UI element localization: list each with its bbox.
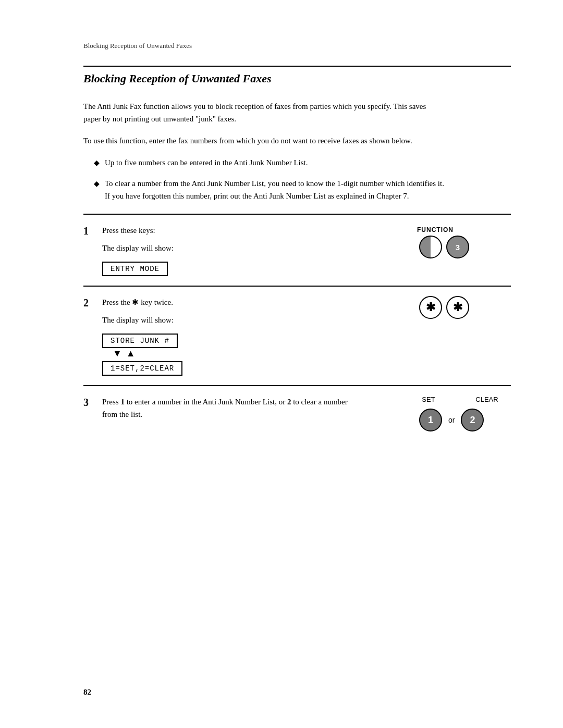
intro-paragraph-1: The Anti Junk Fax function allows you to… (83, 100, 438, 125)
step-3-instruction: Press 1 to enter a number in the Anti Ju… (102, 396, 352, 421)
step-2-display-section: STORE JUNK # ▼ ▲ 1=SET,2=CLEAR (102, 331, 352, 376)
bullet-text-1: Up to five numbers can be entered in the… (105, 156, 308, 169)
step-3-number: 3 (83, 396, 95, 409)
step-3-keys: SET CLEAR 1 or 2 (407, 396, 511, 431)
step-1-number: 1 (83, 224, 95, 237)
arrow-down-icon: ▼ (113, 348, 122, 359)
step-2-lcd-line2: 1=SET,2=CLEAR (102, 361, 182, 376)
step-1-content: Press these keys: The display will show:… (102, 224, 352, 276)
step-2-content: Press the ✱ key twice. The display will … (102, 296, 352, 376)
key-3: 3 (446, 236, 469, 258)
key-2: 2 (461, 409, 484, 431)
arrow-up-icon: ▲ (126, 348, 136, 359)
page: Blocking Reception of Unwanted Faxes Blo… (0, 0, 563, 728)
or-text: or (448, 416, 455, 424)
step-3-row: 3 Press 1 to enter a number in the Anti … (83, 385, 511, 441)
bullet-diamond-icon: ◆ (94, 157, 100, 169)
page-title: Blocking Reception of Unwanted Faxes (83, 66, 511, 85)
step-2-number: 2 (83, 296, 95, 309)
intro-paragraph-2: To use this function, enter the fax numb… (83, 134, 438, 147)
step-2-instruction: Press the ✱ key twice. (102, 296, 352, 309)
display-arrows: ▼ ▲ (113, 348, 352, 359)
page-number: 82 (83, 688, 91, 697)
bullet-item-1: ◆ Up to five numbers can be entered in t… (94, 156, 448, 169)
bullet-diamond-icon-2: ◆ (94, 178, 100, 190)
step-1-lcd: ENTRY MODE (102, 262, 168, 276)
bullet-list: ◆ Up to five numbers can be entered in t… (94, 156, 511, 202)
key-1: 1 (419, 409, 442, 431)
function-keys-row: 3 (417, 236, 471, 258)
bullet-text-2: To clear a number from the Anti Junk Num… (105, 177, 448, 202)
step-2-lcd-line1: STORE JUNK # (102, 334, 178, 348)
step-1-display-label: The display will show: (102, 242, 352, 254)
set-clear-labels: SET CLEAR (417, 396, 498, 403)
function-label: FUNCTION (417, 226, 454, 233)
step-2-keys: ✱ ✱ (407, 296, 511, 319)
bullet-item-2: ◆ To clear a number from the Anti Junk N… (94, 177, 448, 202)
breadcrumb: Blocking Reception of Unwanted Faxes (83, 42, 511, 50)
function-key (419, 236, 442, 258)
star-key-2: ✱ (446, 296, 469, 319)
step-2-display-label: The display will show: (102, 314, 352, 326)
step-1-row: 1 Press these keys: The display will sho… (83, 214, 511, 286)
set-label: SET (417, 396, 440, 403)
star-key-1: ✱ (419, 296, 442, 319)
keys-with-or: 1 or 2 (417, 409, 486, 431)
function-group: FUNCTION 3 (417, 226, 471, 258)
step-2-row: 2 Press the ✱ key twice. The display wil… (83, 286, 511, 385)
step-1-keys: FUNCTION 3 (407, 224, 511, 258)
steps-container: 1 Press these keys: The display will sho… (83, 214, 511, 441)
step-1-instruction: Press these keys: (102, 224, 352, 237)
step-3-content: Press 1 to enter a number in the Anti Ju… (102, 396, 352, 426)
clear-label: CLEAR (475, 396, 498, 403)
